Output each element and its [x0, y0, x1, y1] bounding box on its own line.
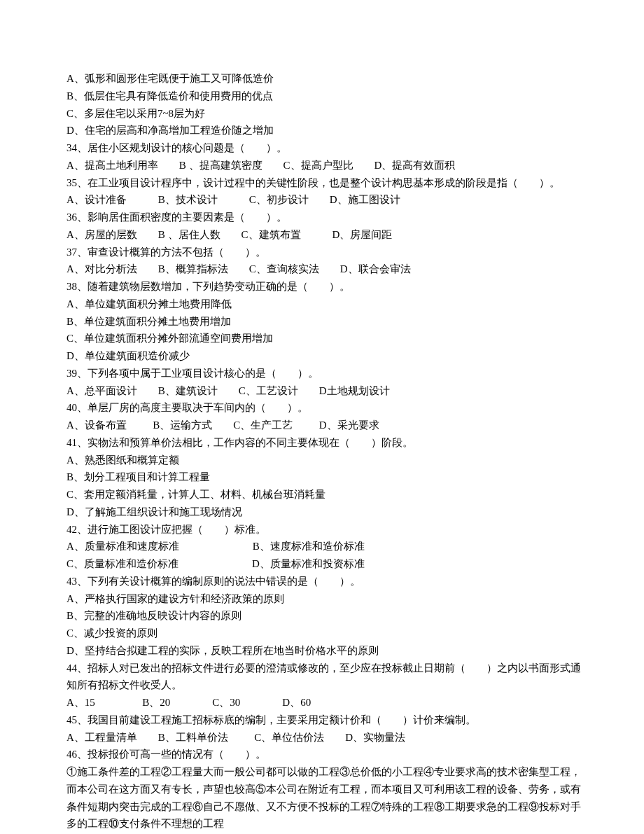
text-line: 38、随着建筑物层数增加，下列趋势变动正确的是（ ）。 [66, 278, 581, 296]
text-line: A、设计准备 B、技术设计 C、初步设计 D、施工图设计 [66, 191, 581, 209]
text-line: 39、下列各项中属于工业项目设计核心的是（ ）。 [66, 365, 581, 382]
text-line: 36、影响居住面积密度的主要因素是（ ）。 [66, 209, 581, 226]
text-line: D、了解施工组织设计和施工现场情况 [66, 503, 581, 521]
text-line: B、完整的准确地反映设计内容的原则 [66, 607, 581, 625]
text-line: 35、在工业项目设计程序中，设计过程中的关键性阶段，也是整个设计构思基本形成的阶… [66, 174, 581, 192]
text-line: A、单位建筑面积分摊土地费用降低 [66, 296, 581, 313]
text-line: 46、投标报价可高一些的情况有（ ）。 [66, 746, 581, 763]
text-line: B、划分工程项目和计算工程量 [66, 468, 581, 486]
text-line: C、多层住宅以采用7~8层为好 [66, 105, 581, 123]
text-line: 34、居住小区规划设计的核心问题是（ ）。 [66, 139, 581, 157]
text-line: D、坚持结合拟建工程的实际，反映工程所在地当时价格水平的原则 [66, 642, 581, 660]
text-line: A、对比分析法 B、概算指标法 C、查询核实法 D、联合会审法 [66, 260, 581, 278]
text-line: 41、实物法和预算单价法相比，工作内容的不同主要体现在（ ）阶段。 [66, 434, 581, 452]
text-line: C、单位建筑面积分摊外部流通空间费用增加 [66, 330, 581, 347]
text-line: 42、进行施工图设计应把握（ ）标准。 [66, 521, 581, 538]
text-line: C、套用定额消耗量，计算人工、材料、机械台班消耗量 [66, 486, 581, 503]
text-line: 40、单层厂房的高度主要取决于车间内的（ ）。 [66, 399, 581, 417]
text-line: A、15 B、20 C、30 D、60 [66, 694, 581, 711]
text-line: D、单位建筑面积造价减少 [66, 347, 581, 365]
text-line: 37、审查设计概算的方法不包括（ ）。 [66, 244, 581, 261]
text-line: 44、招标人对已发出的招标文件进行必要的澄清或修改的，至少应在投标截止日期前（ … [66, 660, 581, 695]
text-line: C、质量标准和造价标准 D、质量标准和投资标准 [66, 555, 581, 573]
text-line: A、设备布置 B、运输方式 C、生产工艺 D、采光要求 [66, 417, 581, 434]
text-line: 43、下列有关设计概算的编制原则的说法中错误的是（ ）。 [66, 573, 581, 590]
text-line: A、弧形和圆形住宅既便于施工又可降低造价 [66, 70, 581, 88]
text-line: B、单位建筑面积分摊土地费用增加 [66, 313, 581, 331]
text-line: 45、我国目前建设工程施工招标标底的编制，主要采用定额计价和（ ）计价来编制。 [66, 711, 581, 729]
text-line: A、熟悉图纸和概算定额 [66, 452, 581, 469]
text-line: A、总平面设计 B、建筑设计 C、工艺设计 D土地规划设计 [66, 382, 581, 400]
text-line: C、减少投资的原则 [66, 625, 581, 642]
text-line: D、住宅的层高和净高增加工程造价随之增加 [66, 122, 581, 139]
text-line: A、房屋的层数 B 、居住人数 C、建筑布置 D、房屋间距 [66, 226, 581, 244]
text-line: B、低层住宅具有降低造价和使用费用的优点 [66, 88, 581, 105]
text-line: A、提高土地利用率 B 、提高建筑密度 C、提高户型比 D、提高有效面积 [66, 157, 581, 174]
text-line: ①施工条件差的工程②工程量大而一般公司都可以做的工程③总价低的小工程④专业要求高… [66, 763, 581, 833]
text-line: A、严格执行国家的建设方针和经济政策的原则 [66, 590, 581, 608]
text-line: A、质量标准和速度标准 B、速度标准和造价标准 [66, 538, 581, 555]
text-line: A、工程量清单 B、工料单价法 C、单位估价法 D、实物量法 [66, 729, 581, 746]
